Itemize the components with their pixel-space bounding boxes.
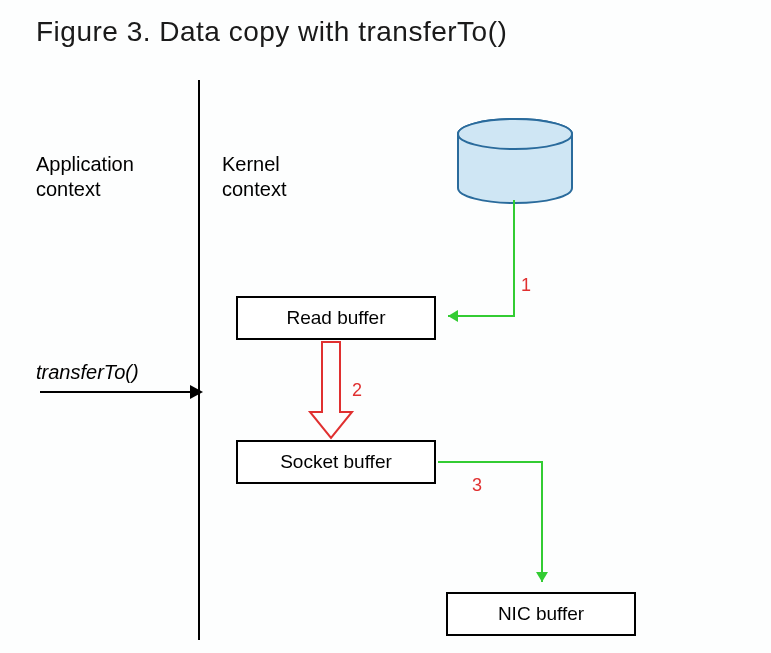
kernel-context-line1: Kernel bbox=[222, 152, 286, 177]
application-context-label: Application context bbox=[36, 152, 134, 202]
flow-number-2: 2 bbox=[352, 380, 362, 401]
context-divider bbox=[198, 80, 200, 640]
transferto-label: transferTo() bbox=[36, 360, 139, 385]
transferto-arrow-line bbox=[40, 391, 194, 393]
app-context-line1: Application bbox=[36, 152, 134, 177]
figure-title: Figure 3. Data copy with transferTo() bbox=[0, 0, 771, 48]
nic-buffer-text: NIC buffer bbox=[498, 603, 584, 625]
diagram-area: Application context Kernel context trans… bbox=[36, 80, 736, 640]
socket-buffer-box: Socket buffer bbox=[236, 440, 436, 484]
disk-icon bbox=[456, 118, 574, 194]
flow-number-3: 3 bbox=[472, 475, 482, 496]
nic-buffer-box: NIC buffer bbox=[446, 592, 636, 636]
flow-arrow-3 bbox=[434, 458, 554, 596]
read-buffer-box: Read buffer bbox=[236, 296, 436, 340]
socket-buffer-text: Socket buffer bbox=[280, 451, 392, 473]
transferto-arrow-head bbox=[190, 385, 203, 399]
flow-arrow-2 bbox=[306, 340, 356, 442]
flow-arrow-1 bbox=[436, 198, 526, 328]
flow-number-1: 1 bbox=[521, 275, 531, 296]
svg-point-1 bbox=[458, 119, 572, 149]
read-buffer-text: Read buffer bbox=[287, 307, 386, 329]
svg-marker-3 bbox=[536, 572, 548, 582]
svg-marker-2 bbox=[448, 310, 458, 322]
kernel-context-line2: context bbox=[222, 177, 286, 202]
kernel-context-label: Kernel context bbox=[222, 152, 286, 202]
app-context-line2: context bbox=[36, 177, 134, 202]
